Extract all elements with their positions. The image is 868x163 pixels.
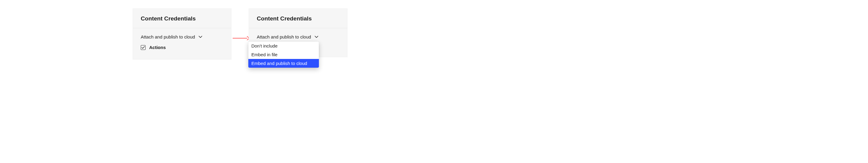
- actions-checkbox-label: Actions: [149, 45, 166, 50]
- chevron-down-icon: [198, 36, 202, 38]
- panel-header: Content Credentials: [133, 9, 231, 28]
- panel-title: Content Credentials: [257, 15, 339, 22]
- actions-checkbox-row: Actions: [141, 45, 223, 50]
- panel-body: Attach and publish to cloud Actions: [133, 28, 231, 55]
- actions-checkbox[interactable]: [141, 45, 146, 50]
- credentials-mode-label: Attach and publish to cloud: [257, 34, 311, 39]
- credentials-mode-label: Attach and publish to cloud: [141, 34, 195, 39]
- chevron-down-icon: [315, 36, 318, 38]
- arrow-icon: [233, 36, 250, 41]
- panel-header: Content Credentials: [249, 9, 347, 28]
- dropdown-item-embed-and-publish[interactable]: Embed and publish to cloud: [248, 59, 319, 68]
- dropdown-item-embed-in-file[interactable]: Embed in file: [248, 50, 319, 59]
- credentials-mode-select[interactable]: Attach and publish to cloud: [257, 34, 339, 39]
- stage: Content Credentials Attach and publish t…: [0, 0, 868, 163]
- credentials-mode-dropdown: Don’t include Embed in file Embed and pu…: [248, 41, 319, 68]
- panel-content-credentials-closed: Content Credentials Attach and publish t…: [133, 8, 231, 59]
- panel-title: Content Credentials: [141, 15, 223, 22]
- dropdown-item-dont-include[interactable]: Don’t include: [248, 41, 319, 50]
- credentials-mode-select[interactable]: Attach and publish to cloud: [141, 34, 223, 39]
